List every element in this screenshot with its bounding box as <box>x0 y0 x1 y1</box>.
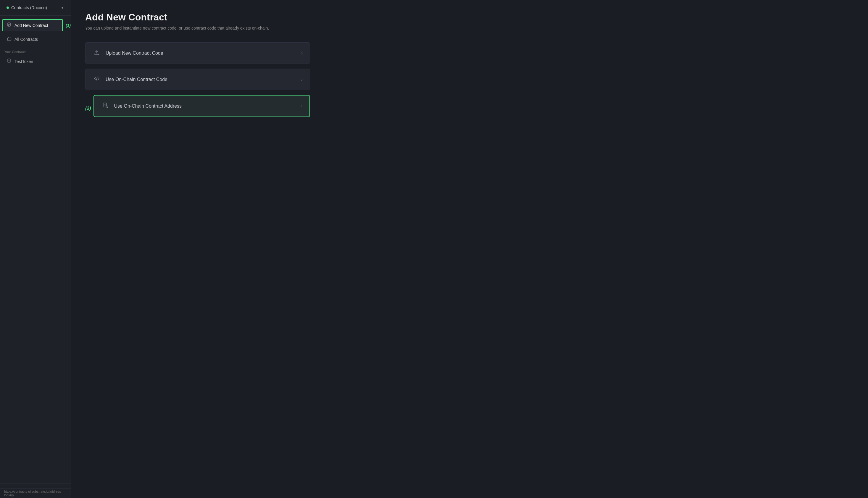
upload-new-contract-code-card[interactable]: Upload New Contract Code › <box>85 42 310 64</box>
sidebar-item-all-contracts[interactable]: All Contracts <box>2 34 68 45</box>
network-status-dot <box>7 6 9 9</box>
sidebar-item-testtoken[interactable]: TestToken <box>2 56 68 67</box>
svg-rect-4 <box>8 38 11 40</box>
use-onchain-contract-code-label: Use On-Chain Contract Code <box>106 77 301 82</box>
annotation-2: (2) <box>85 106 91 111</box>
sidebar-nav: Add New Contract (1) All Contracts Your … <box>0 16 71 484</box>
nav-item-wrapper-add: Add New Contract (1) <box>0 18 71 32</box>
upload-new-contract-code-label: Upload New Contract Code <box>106 51 301 56</box>
sidebar-item-label-testtoken: TestToken <box>14 59 33 64</box>
use-onchain-contract-address-card[interactable]: Use On-Chain Contract Address › <box>93 95 310 117</box>
onchain-address-card-wrapper: (2) Use On-Chain Contract Address › <box>85 95 310 122</box>
sidebar-header: Contracts (Rococo) ▼ <box>0 0 71 16</box>
document-icon <box>7 23 12 28</box>
briefcase-icon <box>7 36 12 42</box>
sidebar-item-add-new-contract[interactable]: Add New Contract <box>2 19 63 31</box>
status-url: https://contracts-ui.substrate.io/addres… <box>0 488 71 498</box>
sidebar: Contracts (Rococo) ▼ Add New Contract (1… <box>0 0 71 498</box>
nav-annotation-1: (1) <box>66 23 71 28</box>
main-content: Add New Contract You can upload and inst… <box>71 0 868 498</box>
sidebar-item-label-all: All Contracts <box>14 37 38 42</box>
options-container: Upload New Contract Code › Use On-Chain … <box>85 42 310 122</box>
upload-card-wrapper: Upload New Contract Code › <box>85 42 310 64</box>
page-subtitle: You can upload and instantiate new contr… <box>85 26 854 30</box>
svg-line-10 <box>96 77 97 80</box>
network-selector[interactable]: Contracts (Rococo) ▼ <box>4 3 67 12</box>
page-title: Add New Contract <box>85 12 854 23</box>
chevron-down-icon: ▼ <box>61 5 64 10</box>
code-icon <box>93 75 101 83</box>
chevron-right-icon-upload: › <box>301 51 303 56</box>
use-onchain-contract-address-label: Use On-Chain Contract Address <box>114 104 301 109</box>
sidebar-item-label-add: Add New Contract <box>14 23 48 28</box>
chevron-right-icon-address: › <box>301 104 302 109</box>
network-name: Contracts (Rococo) <box>11 5 58 10</box>
your-contracts-section-label: Your Contracts <box>0 46 71 55</box>
use-onchain-contract-code-card[interactable]: Use On-Chain Contract Code › <box>85 69 310 90</box>
onchain-code-card-wrapper: Use On-Chain Contract Code › <box>85 69 310 90</box>
contract-file-icon <box>7 58 12 64</box>
address-icon <box>101 102 109 110</box>
chevron-right-icon-code: › <box>301 77 303 82</box>
upload-icon <box>93 49 101 57</box>
